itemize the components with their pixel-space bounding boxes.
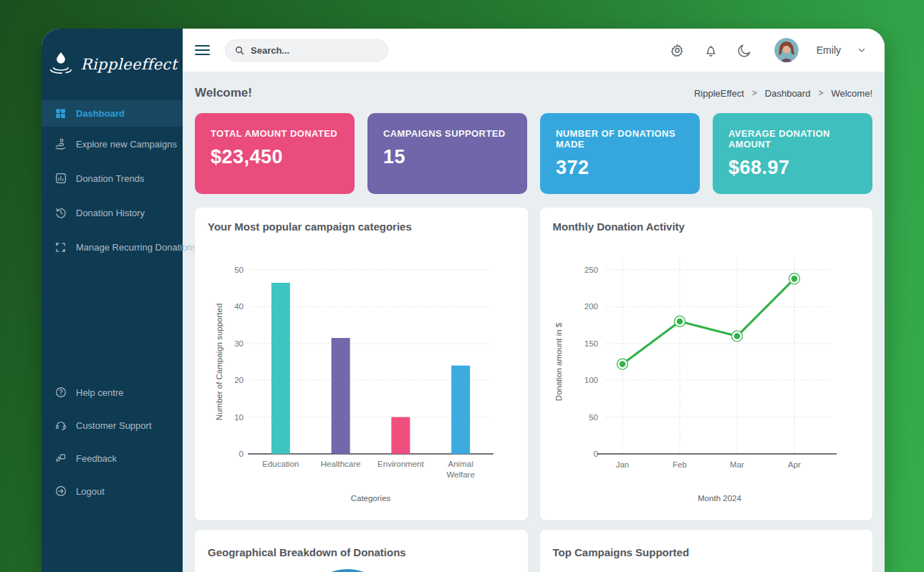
recurring-arrows-icon: [54, 241, 67, 254]
svg-text:50: 50: [589, 413, 598, 422]
sidebar-item-label: Donation History: [76, 208, 145, 218]
stat-card-campaigns-supported: CAMPAIGNS SUPPORTED 15: [367, 113, 527, 194]
breadcrumb-separator: >: [752, 88, 757, 98]
svg-text:Categories: Categories: [351, 494, 391, 503]
monthly-donation-line-chart: 050100150200250JanFebMarAprMonth 2024Don…: [553, 250, 855, 508]
sidebar-item-donation-history[interactable]: Donation History: [42, 195, 183, 230]
svg-text:40: 40: [234, 302, 244, 311]
sidebar-item-help-centre[interactable]: Help centre: [42, 376, 183, 409]
bell-icon[interactable]: [703, 42, 720, 59]
dashboard-content: Welcome! RippleEffect > Dashboard > Welc…: [183, 72, 885, 572]
stat-card-average-donation: AVERAGE DONATION AMOUNT $68.97: [713, 113, 872, 194]
sidebar-footer-nav: Help centre Customer Support: [42, 376, 183, 508]
stat-label: AVERAGE DONATION AMOUNT: [728, 128, 857, 150]
help-circle-icon: [54, 386, 67, 399]
svg-text:Month 2024: Month 2024: [698, 494, 741, 503]
headset-icon: [54, 419, 67, 432]
search-input[interactable]: [251, 45, 379, 56]
search-box[interactable]: [225, 39, 388, 62]
svg-text:Number of Campaign supported: Number of Campaign supported: [215, 304, 223, 421]
search-icon: [234, 45, 245, 56]
feedback-icon: [54, 452, 67, 465]
sidebar-item-label: Manage Recurring Donations: [76, 242, 197, 253]
breadcrumb: RippleEffect > Dashboard > Welcome!: [694, 88, 872, 99]
ripple-logo-icon: [47, 49, 75, 79]
stats-row: TOTAL AMOUNT DONATED $23,450 CAMPAIGNS S…: [195, 113, 872, 194]
line-chart-card: Monthly Donation Activity 05010015020025…: [540, 208, 873, 520]
breadcrumb-item-welcome: Welcome!: [831, 88, 872, 99]
bar-chart-title: Your Most popular campaign categories: [208, 220, 515, 233]
svg-text:Environment: Environment: [377, 460, 424, 468]
gear-icon[interactable]: [669, 42, 686, 59]
sidebar-item-label: Customer Support: [76, 420, 152, 431]
user-name[interactable]: Emily: [817, 44, 841, 56]
sidebar-item-label: Feedback: [76, 453, 117, 464]
svg-text:Welfare: Welfare: [446, 470, 474, 479]
charts-row: Your Most popular campaign categories 01…: [195, 208, 872, 520]
svg-text:10: 10: [234, 413, 244, 422]
sidebar-item-donation-trends[interactable]: Donation Trends: [42, 161, 183, 195]
user-avatar[interactable]: [774, 38, 799, 62]
svg-text:Education: Education: [262, 460, 299, 468]
sidebar-item-dashboard[interactable]: Dashboard: [42, 100, 183, 127]
stat-value: $68.97: [728, 157, 857, 179]
geographical-breakdown-title: Geographical Breakdown of Donations: [208, 546, 515, 558]
svg-text:Animal: Animal: [448, 460, 473, 468]
stat-label: NUMBER OF DONATIONS MADE: [556, 128, 684, 150]
svg-text:Healthcare: Healthcare: [321, 460, 361, 468]
logout-icon: [54, 485, 67, 498]
bottom-row: Geographical Breakdown of Donations Top …: [195, 530, 872, 572]
svg-text:Mar: Mar: [730, 460, 744, 469]
sidebar-item-label: Explore new Campaigns: [76, 139, 177, 150]
breadcrumb-item-dashboard[interactable]: Dashboard: [765, 88, 811, 99]
sidebar-nav: Dashboard Explore new Campaigns: [42, 100, 183, 264]
svg-text:Donation amount in $: Donation amount in $: [554, 322, 563, 401]
sidebar-item-manage-recurring[interactable]: Manage Recurring Donations: [42, 230, 183, 264]
line-chart-title: Monthly Donation Activity: [553, 220, 860, 233]
logo-text: Rippleeffect: [80, 56, 177, 73]
sidebar-item-label: Dashboard: [76, 108, 125, 119]
hamburger-menu-icon[interactable]: [195, 42, 210, 58]
svg-text:100: 100: [584, 376, 597, 384]
main-area: Emily Welcome! RippleEffect > Dashboard …: [183, 29, 885, 572]
sidebar-item-explore-campaigns[interactable]: Explore new Campaigns: [42, 127, 183, 161]
sidebar-item-label: Help centre: [76, 387, 123, 398]
bar-chart-icon: [54, 172, 67, 185]
top-campaigns-card: Top Campaigns Supported: [540, 530, 873, 572]
geography-pie-chart: [301, 569, 394, 572]
svg-text:Jan: Jan: [615, 460, 629, 469]
breadcrumb-separator: >: [818, 88, 823, 98]
sidebar: Rippleeffect Dashboard: [42, 29, 183, 572]
topbar-actions: Emily: [669, 38, 866, 62]
logo: Rippleeffect: [42, 29, 183, 100]
stat-value: $23,450: [211, 146, 339, 168]
moon-icon[interactable]: [736, 42, 754, 59]
svg-text:50: 50: [234, 266, 244, 274]
sidebar-item-label: Donation Trends: [76, 173, 144, 184]
sidebar-item-logout[interactable]: Logout: [42, 475, 183, 508]
top-campaigns-title: Top Campaigns Supported: [553, 546, 860, 558]
stat-value: 15: [383, 146, 511, 168]
svg-text:30: 30: [234, 339, 244, 348]
stat-label: TOTAL AMOUNT DONATED: [211, 128, 339, 139]
sidebar-item-customer-support[interactable]: Customer Support: [42, 409, 183, 442]
svg-text:250: 250: [584, 266, 597, 274]
stat-value: 372: [556, 157, 684, 179]
topbar: Emily: [183, 29, 885, 72]
page-title: Welcome!: [195, 86, 252, 100]
breadcrumb-item-rippleeffect[interactable]: RippleEffect: [694, 88, 744, 99]
app-window: Rippleeffect Dashboard: [42, 29, 885, 572]
history-clock-icon: [54, 206, 67, 220]
svg-text:20: 20: [234, 376, 244, 384]
stat-label: CAMPAIGNS SUPPORTED: [383, 128, 511, 139]
svg-text:150: 150: [584, 339, 597, 348]
stat-card-total-donated: TOTAL AMOUNT DONATED $23,450: [195, 113, 355, 194]
sidebar-item-label: Logout: [76, 486, 105, 497]
hand-campaign-icon: [54, 137, 67, 151]
welcome-row: Welcome! RippleEffect > Dashboard > Welc…: [195, 82, 872, 105]
svg-text:0: 0: [239, 450, 244, 458]
sidebar-item-feedback[interactable]: Feedback: [42, 442, 183, 475]
campaign-categories-bar-chart: 01020304050EducationHealthcareEnvironmen…: [208, 250, 509, 508]
geographical-breakdown-card: Geographical Breakdown of Donations: [195, 530, 528, 572]
chevron-down-icon[interactable]: [857, 46, 866, 54]
